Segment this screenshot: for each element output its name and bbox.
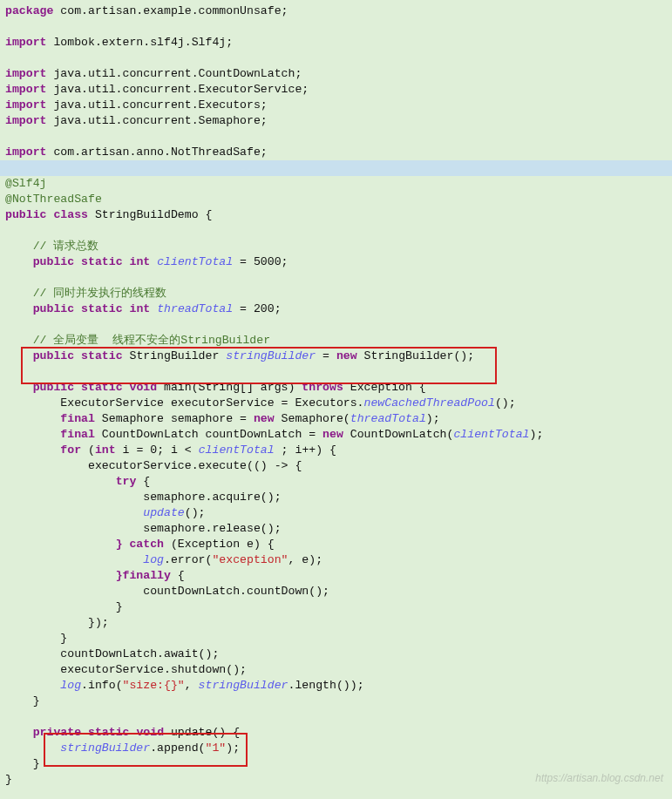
kw-static: static: [81, 349, 122, 362]
log-error-a: .error(: [164, 553, 212, 566]
str-exception: "exception": [212, 553, 288, 566]
catch-close: ) {: [254, 538, 275, 551]
type-sb: StringBuilder: [129, 349, 226, 362]
str-size: "size:{}": [123, 679, 185, 692]
kw-import: import: [5, 98, 46, 112]
brace-close: }: [5, 773, 12, 786]
import-sem: java.util.concurrent.Semaphore;: [46, 114, 267, 127]
update-call: update: [143, 506, 184, 519]
finally-open: {: [171, 569, 185, 582]
kw-import: import: [5, 67, 46, 80]
kw-private: private: [33, 726, 81, 739]
sem-ctor: Semaphore(: [275, 412, 350, 425]
kw-static: static: [81, 302, 122, 315]
log-info-b: ,: [185, 679, 199, 692]
update-sig: update() {: [164, 726, 240, 739]
kw-int: int: [129, 255, 150, 268]
kw-final: final: [60, 412, 95, 425]
val-200: = 200;: [233, 302, 281, 315]
kw-new: new: [254, 412, 275, 425]
brace-close: }: [116, 600, 123, 613]
es-shutdown: .shutdown();: [164, 663, 247, 676]
sem-var: semaphore: [143, 491, 205, 504]
import-ex: java.util.concurrent.Executors;: [46, 98, 267, 112]
ref-sb: stringBuilder: [199, 679, 288, 692]
comment-thread-total: // 同时并发执行的线程数: [33, 287, 167, 300]
brace-close: }: [33, 694, 40, 708]
cdl-type: CountDownLatch: [95, 428, 206, 441]
log-info-a: .info(: [81, 679, 122, 692]
comment-sb: // 全局变量 线程不安全的StringBuilder: [33, 334, 270, 347]
kw-static: static: [88, 726, 129, 739]
catch-sig: (Exception: [164, 538, 247, 551]
for-c: <: [178, 444, 199, 457]
kw-finally: }finally: [116, 569, 171, 582]
import-lombok: lombok.extern.slf4j.Slf4j;: [46, 36, 233, 49]
kw-void: void: [129, 381, 157, 394]
sb-append-a: .append(: [150, 741, 205, 755]
kw-class: class: [53, 208, 88, 221]
sem-var: semaphore: [171, 412, 233, 425]
for-d: ;: [275, 444, 295, 457]
eq-new: =: [233, 412, 254, 425]
kw-public: public: [33, 349, 74, 362]
kw-final: final: [60, 428, 95, 441]
cdl-ctor: CountDownLatch(: [343, 428, 454, 441]
log-var: log: [60, 679, 81, 692]
kw-static: static: [81, 255, 122, 268]
ref-sb: stringBuilder: [60, 741, 150, 755]
sb-length: .length());: [288, 679, 364, 692]
anno-nts: @NotThreadSafe: [5, 193, 102, 206]
log-error-b: ,: [288, 553, 302, 566]
field-sb: stringBuilder: [226, 349, 316, 362]
es-tail: ();: [495, 396, 516, 410]
field-clienttotal: clientTotal: [157, 255, 233, 268]
main-sig-a: main(String[]: [157, 381, 261, 394]
exception-cls: Exception {: [343, 381, 426, 394]
log-var: log: [143, 553, 164, 566]
es-var: executorService: [88, 459, 192, 472]
kw-static: static: [81, 381, 122, 394]
exec-call: .execute(() -> {: [192, 459, 302, 472]
for-b: = 0;: [129, 444, 170, 457]
kw-new: new: [336, 349, 357, 362]
cdl-await: .await();: [157, 647, 219, 660]
eq-new: =: [316, 349, 336, 362]
for-e: ++) {: [302, 444, 336, 457]
es-eq: = Executors.: [275, 396, 364, 410]
log-error-c: );: [309, 553, 322, 566]
sem-close: );: [426, 412, 440, 425]
import-cdl: java.util.concurrent.CountDownLatch;: [46, 67, 302, 80]
kw-void: void: [136, 726, 164, 739]
es-var: executorService: [60, 663, 164, 676]
ref-clienttotal: clientTotal: [453, 428, 529, 441]
kw-import: import: [5, 36, 46, 49]
main-sig-b: ): [288, 381, 302, 394]
kw-import: import: [5, 146, 46, 159]
sb-ctor: StringBuilder();: [357, 349, 475, 362]
kw-new: new: [322, 428, 343, 441]
try-open: {: [136, 475, 150, 488]
lambda-close: });: [88, 616, 109, 629]
kw-public: public: [33, 302, 74, 315]
update-paren: ();: [185, 506, 206, 519]
kw-throws: throws: [302, 381, 343, 394]
field-threadtotal: threadTotal: [157, 302, 233, 315]
kw-for: for: [60, 444, 81, 457]
brace-close: }: [33, 757, 40, 770]
comment-req-total: // 请求总数: [33, 240, 99, 253]
sem-acquire: .acquire();: [206, 491, 282, 504]
args-var: args: [261, 381, 288, 394]
import-anno: com.artisan.anno.NotThreadSafe;: [46, 146, 267, 159]
sem-var: semaphore: [143, 522, 205, 535]
kw-public: public: [5, 208, 46, 221]
kw-import: import: [5, 114, 46, 127]
for-a: (: [81, 444, 95, 457]
str-one: "1": [206, 741, 227, 755]
kw-int: int: [95, 444, 116, 457]
cdl-var: countDownLatch: [143, 585, 240, 598]
pkg-name: com.artisan.example.commonUnsafe;: [53, 4, 288, 17]
kw-catch: } catch: [116, 538, 164, 551]
brace-close: }: [60, 632, 67, 645]
eq-new: =: [302, 428, 322, 441]
